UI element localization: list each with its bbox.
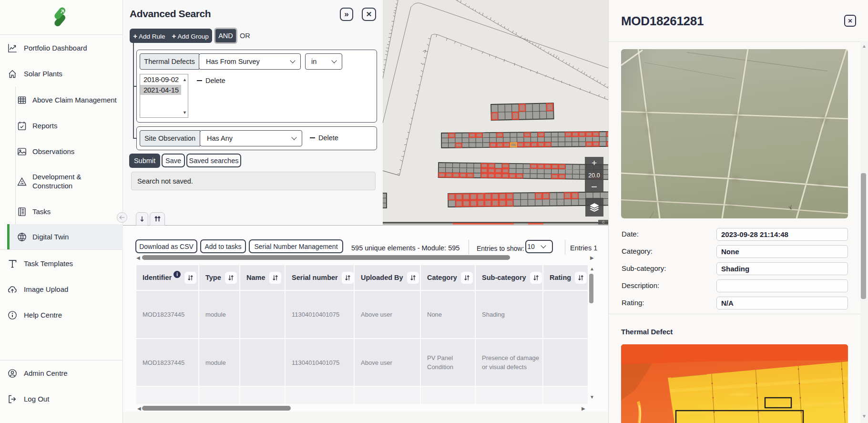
svg-text:©: © — [602, 220, 605, 225]
